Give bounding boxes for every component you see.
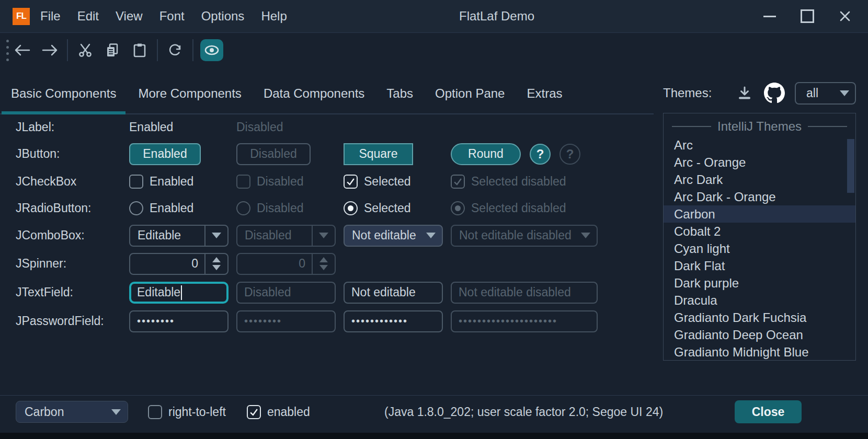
radio-enabled[interactable]: Enabled	[129, 201, 193, 215]
jcombobox-row: JComboBox: Editable Disabled Not editabl…	[0, 222, 654, 249]
menu-file[interactable]: File	[32, 0, 69, 32]
combobox-value[interactable]: Not editable	[345, 228, 420, 242]
checkbox-icon[interactable]	[148, 405, 162, 419]
checkbox-checked-icon[interactable]	[247, 405, 261, 419]
chevron-down-icon[interactable]	[204, 226, 227, 246]
lookandfeel-value[interactable]: Carbon	[16, 405, 105, 419]
enabled-button[interactable]: Enabled	[129, 143, 201, 165]
spinner-arrows[interactable]	[204, 254, 227, 274]
password-dots[interactable]: ••••••••	[137, 315, 175, 327]
radio-selected-icon[interactable]	[344, 201, 358, 215]
square-button[interactable]: Square	[344, 143, 413, 165]
themes-label: Themes:	[663, 86, 712, 100]
checkbox-selected-disabled: Selected disabled	[451, 175, 566, 189]
theme-filter-value[interactable]: all	[796, 86, 834, 100]
menu-view[interactable]: View	[107, 0, 151, 32]
back-button[interactable]	[9, 38, 36, 62]
minimize-button[interactable]	[751, 0, 789, 32]
paste-button[interactable]	[126, 38, 153, 62]
password-dots: •••••••••••••••••••••	[459, 315, 557, 327]
checkbox-checked-icon[interactable]	[344, 175, 358, 189]
theme-list-item[interactable]: Dark Flat	[664, 257, 855, 274]
maximize-button[interactable]	[789, 0, 826, 32]
jtextfield-row: JTextField: Editable Disabled Not editab…	[0, 278, 654, 307]
app-logo-icon: FL	[13, 8, 30, 25]
tab-basic-components[interactable]: Basic Components	[0, 73, 127, 113]
theme-list-item[interactable]: Dark purple	[664, 274, 855, 292]
textfield-editable[interactable]: Editable	[129, 282, 229, 304]
toolbar-separator	[157, 39, 158, 61]
right-to-left-checkbox[interactable]: right-to-left	[148, 405, 226, 419]
theme-list-item[interactable]: Gradianto Deep Ocean	[664, 326, 855, 343]
scissors-icon	[78, 43, 93, 57]
label-disabled: Disabled	[236, 120, 283, 134]
enabled-checkbox[interactable]: enabled	[247, 405, 310, 419]
combobox-not-editable[interactable]: Not editable	[344, 225, 443, 247]
tab-tabs[interactable]: Tabs	[375, 73, 424, 113]
close-button[interactable]: Close	[735, 400, 802, 423]
basic-components-panel: JLabel: Enabled Disabled JButton: Enable…	[0, 114, 654, 336]
combobox-value[interactable]: Editable	[130, 228, 204, 242]
menu-font[interactable]: Font	[151, 0, 193, 32]
show-hidden-toggle-button[interactable]	[200, 39, 223, 61]
checkbox-icon[interactable]	[129, 175, 143, 189]
github-icon[interactable]	[764, 83, 785, 103]
textfield-value[interactable]: Editable	[137, 285, 180, 299]
radio-icon[interactable]	[129, 201, 143, 215]
round-button[interactable]: Round	[451, 143, 521, 165]
clipboard-icon	[133, 43, 146, 57]
refresh-button[interactable]	[162, 38, 189, 62]
download-icon[interactable]	[737, 85, 752, 101]
theme-filter-combobox[interactable]: all	[795, 82, 856, 105]
spinner-disabled: 0	[236, 253, 336, 275]
spinner-value: 0	[237, 257, 312, 271]
combobox-editable[interactable]: Editable	[129, 225, 229, 247]
theme-list-item[interactable]: Gradianto Midnight Blue	[664, 343, 855, 361]
copy-button[interactable]	[99, 38, 126, 62]
menu-edit[interactable]: Edit	[69, 0, 107, 32]
tab-option-pane[interactable]: Option Pane	[424, 73, 516, 113]
close-window-button[interactable]	[826, 0, 864, 32]
checkbox-icon	[236, 175, 250, 189]
spinner-up-icon	[319, 257, 328, 262]
forward-button[interactable]	[36, 38, 63, 62]
jradiobutton-row-label: JRadioButton:	[0, 201, 129, 215]
themes-scrollbar-thumb[interactable]	[847, 139, 854, 193]
combobox-disabled: Disabled	[236, 225, 336, 247]
jcheckbox-row: JCheckBox Enabled Disabled Selected Sele…	[0, 168, 654, 195]
tab-extras[interactable]: Extras	[516, 73, 573, 113]
radio-selected[interactable]: Selected	[344, 201, 411, 215]
theme-list-item[interactable]: Arc	[664, 136, 855, 154]
checkbox-label: Selected disabled	[471, 175, 566, 189]
theme-list-item[interactable]: Dracula	[664, 292, 855, 309]
theme-list-item[interactable]: Arc - Orange	[664, 154, 855, 171]
spinner-enabled[interactable]: 0	[129, 253, 229, 275]
lookandfeel-combobox[interactable]: Carbon	[16, 401, 128, 423]
cut-button[interactable]	[72, 38, 99, 62]
checkbox-selected[interactable]: Selected	[344, 175, 411, 189]
window-title: FlatLaf Demo	[366, 9, 627, 24]
menu-options[interactable]: Options	[193, 0, 253, 32]
theme-list-item[interactable]: Cobalt 2	[664, 223, 855, 240]
passwordfield-not-editable: ••••••••••••	[344, 310, 443, 332]
menubar: File Edit View Font Options Help	[32, 0, 295, 32]
help-button-disabled: ?	[559, 144, 580, 165]
theme-list-item[interactable]: Arc Dark - Orange	[664, 188, 855, 205]
checkbox-enabled[interactable]: Enabled	[129, 175, 193, 189]
themes-group-header: IntelliJ Themes	[664, 117, 855, 136]
chevron-down-icon[interactable]	[834, 90, 855, 96]
combobox-value: Not editable disabled	[452, 228, 575, 242]
menu-help[interactable]: Help	[253, 0, 295, 32]
passwordfield-editable[interactable]: ••••••••	[129, 310, 229, 332]
tab-more-components[interactable]: More Components	[127, 73, 252, 113]
help-button[interactable]: ?	[530, 144, 551, 165]
theme-list-item[interactable]: Arc Dark	[664, 171, 855, 188]
theme-list-item[interactable]: Gradianto Dark Fuchsia	[664, 309, 855, 326]
checkbox-disabled: Disabled	[236, 175, 304, 189]
theme-list-item[interactable]: Carbon	[664, 205, 855, 223]
spinner-value[interactable]: 0	[130, 257, 204, 271]
chevron-down-icon[interactable]	[105, 409, 128, 415]
tab-data-components[interactable]: Data Components	[253, 73, 375, 113]
chevron-down-icon[interactable]	[420, 226, 442, 246]
theme-list-item[interactable]: Cyan light	[664, 240, 855, 257]
